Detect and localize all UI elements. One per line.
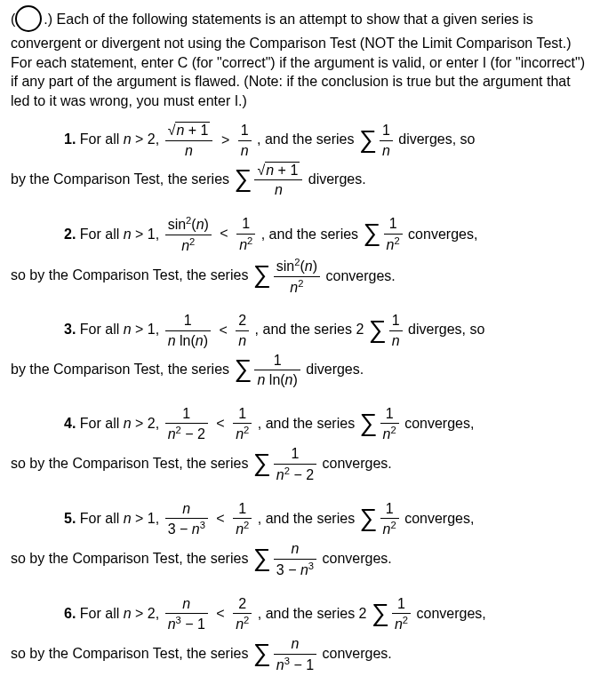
- statements-list: 1. For all n > 2, n + 1n > 1n , and the …: [11, 121, 589, 675]
- sigma-icon: ∑: [360, 501, 378, 535]
- conclusion-prefix: so by the Comparison Test, the series: [11, 456, 248, 471]
- statement-item: 6. For all n > 2, nn3 − 1 < 2n2 , and th…: [64, 594, 589, 675]
- conclusion-prefix: by the Comparison Test, the series: [11, 171, 229, 187]
- conclusion-prefix: so by the Comparison Test, the series: [11, 646, 248, 661]
- sigma-icon: ∑: [253, 258, 271, 291]
- intro-text: Each of the following statements is an a…: [11, 12, 585, 108]
- sigma-icon: ∑: [369, 313, 387, 346]
- item-number: 4.: [64, 416, 76, 431]
- item-number: 1.: [64, 132, 76, 147]
- statement-item: 3. For all n > 1, 1n ln(n) < 2n , and th…: [64, 311, 589, 389]
- sigma-icon: ∑: [253, 636, 271, 670]
- conclusion-prefix: so by the Comparison Test, the series: [11, 551, 248, 566]
- intro-paragraph: (.) Each of the following statements is …: [11, 7, 589, 110]
- sigma-icon: ∑: [235, 162, 252, 195]
- statement-item: 5. For all n > 1, n3 − n3 < 1n2 , and th…: [64, 499, 589, 580]
- sigma-icon: ∑: [372, 596, 389, 630]
- close-paren: .): [44, 12, 52, 27]
- statement-item: 1. For all n > 2, n + 1n > 1n , and the …: [64, 121, 589, 199]
- sigma-icon: ∑: [360, 406, 378, 440]
- item-number: 5.: [64, 511, 76, 526]
- sigma-icon: ∑: [364, 216, 381, 250]
- conclusion-prefix: by the Comparison Test, the series: [11, 362, 229, 377]
- sigma-icon: ∑: [235, 352, 252, 386]
- item-number: 6.: [64, 606, 76, 621]
- item-number: 2.: [64, 226, 76, 241]
- sigma-icon: ∑: [253, 446, 271, 480]
- sigma-icon: ∑: [359, 123, 377, 156]
- blank-circle-icon: [15, 5, 42, 32]
- sigma-icon: ∑: [253, 541, 271, 575]
- statement-item: 2. For all n > 1, sin2(n)n2 < 1n2 , and …: [64, 214, 589, 298]
- statement-item: 4. For all n > 2, 1n2 − 2 < 1n2 , and th…: [64, 404, 589, 485]
- item-number: 3.: [64, 322, 76, 338]
- conclusion-prefix: so by the Comparison Test, the series: [11, 267, 248, 282]
